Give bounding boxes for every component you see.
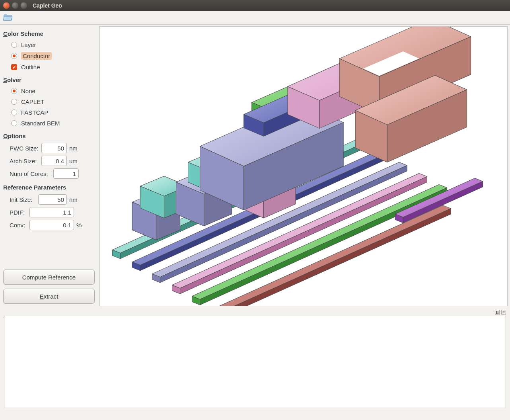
solver-caplet-radio[interactable]: CAPLET <box>3 96 95 107</box>
dock-undock-icon[interactable]: ◧ <box>495 310 500 315</box>
toolbar <box>0 11 510 25</box>
radio-label: None <box>21 88 35 94</box>
pdif-row: PDIF: <box>3 206 95 219</box>
bottom-dock: ◧ ✕ <box>0 309 510 412</box>
init-label: Init Size: <box>10 196 36 203</box>
console-output[interactable] <box>4 316 506 408</box>
status-bar <box>0 412 510 420</box>
radio-label: Standard BEM <box>21 120 60 127</box>
3d-viewport[interactable] <box>99 26 508 306</box>
close-icon[interactable] <box>3 2 10 9</box>
init-size-row: Init Size: nm <box>3 193 95 206</box>
pdif-input[interactable] <box>29 207 74 217</box>
reference-header: Reference Parameters <box>3 184 95 191</box>
arch-label: Arch Size: <box>10 158 39 164</box>
maximize-icon[interactable] <box>21 2 27 9</box>
options-header: Options <box>3 133 95 139</box>
cores-row: Num of Cores: <box>3 167 95 180</box>
init-unit: nm <box>69 196 80 203</box>
arch-unit: um <box>69 158 80 164</box>
window-title: Caplet Geo <box>33 2 62 9</box>
main-area: Color Scheme Layer Conductor Outline Sol… <box>0 25 510 309</box>
color-outline-check[interactable]: Outline <box>3 62 95 72</box>
radio-icon <box>11 53 17 59</box>
arch-input[interactable] <box>41 156 67 166</box>
radio-icon <box>11 99 17 105</box>
radio-icon <box>11 120 17 126</box>
radio-icon <box>11 42 17 48</box>
pwc-size-row: PWC Size: nm <box>3 142 95 154</box>
radio-label: CAPLET <box>21 98 44 105</box>
color-conductor-radio[interactable]: Conductor <box>3 50 95 62</box>
radio-icon <box>11 109 17 115</box>
color-scheme-header: Color Scheme <box>3 30 95 37</box>
conv-input[interactable] <box>29 220 74 230</box>
radio-label: FASTCAP <box>21 109 48 116</box>
pdif-label: PDIF: <box>10 209 27 216</box>
dock-header: ◧ ✕ <box>4 309 506 316</box>
checkbox-label: Outline <box>21 64 40 70</box>
radio-label: Layer <box>21 41 36 48</box>
sidebar: Color Scheme Layer Conductor Outline Sol… <box>0 25 98 309</box>
minimize-icon[interactable] <box>12 2 18 9</box>
arch-size-row: Arch Size: um <box>3 154 95 167</box>
conv-label: Conv: <box>10 222 27 229</box>
conv-unit: % <box>76 222 87 229</box>
solver-none-radio[interactable]: None <box>3 86 95 96</box>
extract-button[interactable]: Extract <box>3 289 95 304</box>
solver-header: Solver <box>3 76 95 83</box>
pwc-unit: nm <box>69 145 80 152</box>
action-buttons: Compute Reference Extract <box>3 250 95 304</box>
dock-close-icon[interactable]: ✕ <box>501 310 506 315</box>
window-controls <box>3 2 27 9</box>
cores-label: Num of Cores: <box>10 170 51 177</box>
title-bar: Caplet Geo <box>0 0 510 11</box>
radio-label: Conductor <box>21 52 52 60</box>
solver-standardbem-radio[interactable]: Standard BEM <box>3 118 95 129</box>
pwc-input[interactable] <box>41 143 67 153</box>
checkbox-icon <box>11 64 17 70</box>
open-folder-icon[interactable] <box>3 13 13 22</box>
color-layer-radio[interactable]: Layer <box>3 39 95 50</box>
pwc-label: PWC Size: <box>10 145 39 152</box>
compute-reference-button[interactable]: Compute Reference <box>3 270 95 285</box>
init-input[interactable] <box>38 194 67 205</box>
cores-input[interactable] <box>53 168 79 179</box>
solver-fastcap-radio[interactable]: FASTCAP <box>3 107 95 118</box>
conv-row: Conv: % <box>3 219 95 231</box>
radio-icon <box>11 88 17 94</box>
